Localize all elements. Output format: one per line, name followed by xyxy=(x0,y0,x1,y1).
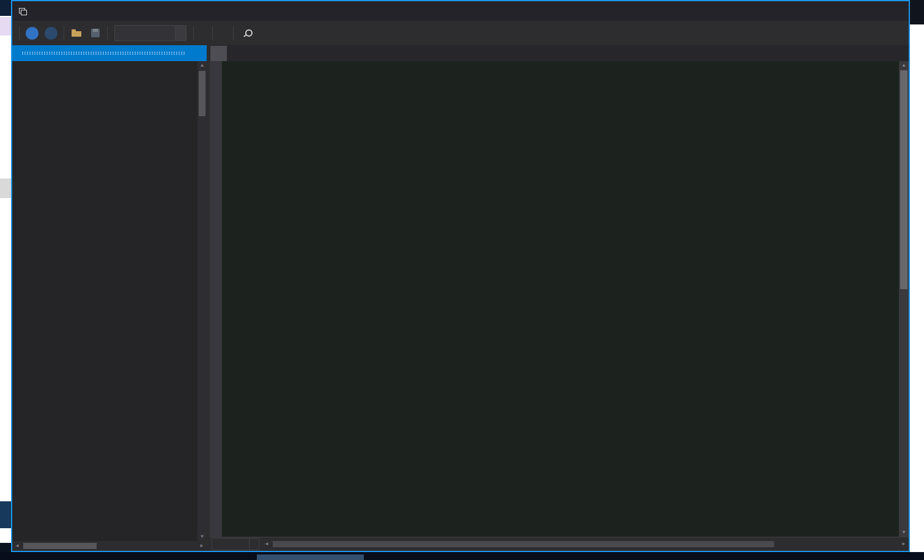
tree-hscrollbar-thumb[interactable] xyxy=(23,543,97,549)
bg-left-gray-band xyxy=(0,179,12,198)
editor-gutter xyxy=(210,61,222,537)
scroll-up-icon[interactable]: ▲ xyxy=(198,61,207,70)
code-editor: ▲ ▼ ◄ ► xyxy=(210,45,909,551)
toolbar-separator xyxy=(193,26,194,40)
navigate-forward-button[interactable] xyxy=(45,27,57,40)
code-view: ▲ ▼ xyxy=(210,61,909,537)
panel-drag-dots xyxy=(21,51,185,55)
app-icon xyxy=(18,8,26,15)
assembly-explorer-header[interactable] xyxy=(12,45,207,61)
taskbar xyxy=(0,552,924,560)
tree-horizontal-scrollbar[interactable]: ◄ ► xyxy=(12,541,207,551)
open-file-icon[interactable] xyxy=(72,29,83,37)
bg-left-lavender-band xyxy=(0,17,12,35)
tree-scrollbar-thumb[interactable] xyxy=(199,71,205,116)
chevron-down-icon[interactable] xyxy=(175,26,186,40)
zoom-dropdown-icon[interactable] xyxy=(249,538,259,550)
scroll-right-icon[interactable]: ► xyxy=(899,539,909,549)
editor-scrollbar-thumb[interactable] xyxy=(900,70,907,289)
main-area: ▲ ▼ ◄ ► ▲ xyxy=(12,45,909,551)
background-window-right xyxy=(910,0,924,560)
minimize-button[interactable] xyxy=(824,1,852,21)
scroll-down-icon[interactable]: ▼ xyxy=(899,528,909,537)
scroll-down-icon[interactable]: ▼ xyxy=(198,532,207,541)
toolbar-separator xyxy=(19,26,20,40)
toolbar-separator xyxy=(107,26,108,40)
toolbar-separator xyxy=(233,26,234,40)
bg-left-fragment-top xyxy=(0,0,12,16)
menu-bar xyxy=(12,21,909,45)
editor-horizontal-scrollbar[interactable]: ◄ ► xyxy=(262,539,909,549)
scroll-up-icon[interactable]: ▲ xyxy=(899,61,909,70)
editor-bottom-bar: ◄ ► xyxy=(210,537,909,551)
taskbar-segment xyxy=(257,554,364,560)
bg-left-fragment-bottom xyxy=(0,501,12,528)
tab-class1[interactable] xyxy=(210,46,227,61)
dnspy-window: ▲ ▼ ◄ ► ▲ xyxy=(11,0,910,552)
assembly-tree[interactable]: ▲ ▼ xyxy=(12,61,207,541)
bg-right-dark-band xyxy=(910,0,924,24)
maximize-button[interactable] xyxy=(852,1,881,21)
close-button[interactable] xyxy=(881,1,909,21)
navigate-back-button[interactable] xyxy=(26,27,39,40)
save-all-icon[interactable] xyxy=(91,29,100,37)
scroll-right-icon[interactable]: ► xyxy=(197,541,207,551)
document-tab-bar xyxy=(210,45,909,61)
title-bar[interactable] xyxy=(12,1,909,21)
toolbar-separator xyxy=(212,26,213,40)
assembly-explorer-panel: ▲ ▼ ◄ ► xyxy=(12,45,210,551)
scroll-left-icon[interactable]: ◄ xyxy=(12,541,22,551)
search-icon[interactable] xyxy=(243,29,252,38)
tree-vertical-scrollbar[interactable]: ▲ ▼ xyxy=(198,61,207,541)
background-window-left xyxy=(0,0,12,560)
scroll-left-icon[interactable]: ◄ xyxy=(262,539,272,549)
language-select[interactable] xyxy=(114,25,187,41)
zoom-level-select[interactable] xyxy=(212,538,249,550)
editor-vertical-scrollbar[interactable]: ▲ ▼ xyxy=(899,61,909,537)
editor-hscrollbar-thumb[interactable] xyxy=(273,541,774,547)
decompiled-code[interactable] xyxy=(222,61,899,537)
toolbar-separator xyxy=(64,26,64,40)
window-controls xyxy=(824,1,909,21)
